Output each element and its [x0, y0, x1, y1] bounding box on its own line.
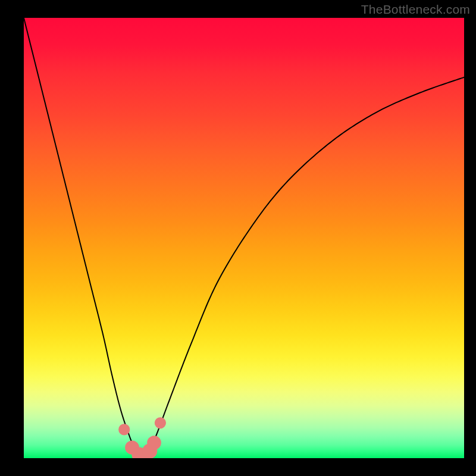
curve-layer [24, 18, 464, 456]
plot-area [24, 18, 464, 458]
marker-layer [118, 417, 166, 458]
curve-marker [118, 424, 130, 435]
chart-svg [24, 18, 464, 458]
watermark-text: TheBottleneck.com [361, 2, 470, 17]
bottleneck-curve [24, 18, 464, 456]
chart-frame: TheBottleneck.com [0, 0, 476, 476]
curve-marker [155, 417, 166, 428]
curve-marker [147, 436, 161, 450]
